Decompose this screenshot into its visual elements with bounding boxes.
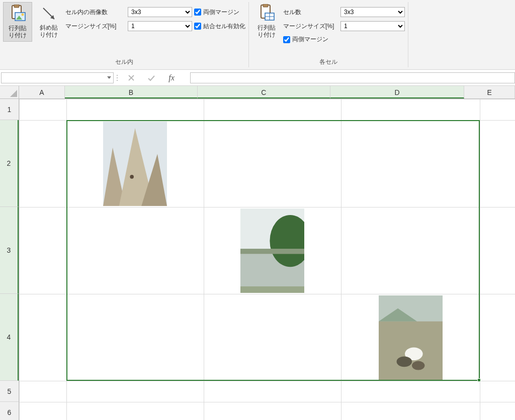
margin-size-dropdown-1[interactable]: 1 [128,21,192,31]
merge-cells-checkbox[interactable]: 結合セル有効化 [194,22,245,31]
matrix-paste-label-1: 行列貼 り付け [9,25,27,39]
cell-count-dropdown[interactable]: 3x3 [340,7,405,17]
margin-size-dropdown-2[interactable]: 1 [340,21,405,31]
ducks-photo[interactable] [379,295,443,380]
diagonal-arrow-icon [39,4,58,23]
lake-photo[interactable] [240,208,304,293]
enter-button[interactable] [147,73,156,82]
svg-rect-8 [263,4,268,7]
ribbon-group-cell-inside: 行列貼 り付け 斜め貼 り付け セル内の画像数 3x3 両側マージン [0,2,249,67]
dropdown-icon [107,76,111,79]
matrix-paste-button-1[interactable]: 行列貼 り付け [3,2,32,42]
formula-bar: fx [0,70,515,86]
margin-size-label-1: マージンサイズ[%] [65,22,126,31]
fx-button[interactable]: fx [167,73,176,82]
cell-count-label: セル数 [283,8,338,17]
row-header-3[interactable]: 3 [0,207,19,294]
svg-rect-1 [14,5,19,8]
col-header-E[interactable]: E [464,86,515,98]
margin-size-label-2: マージンサイズ[%] [283,22,338,31]
row-header-4[interactable]: 4 [0,294,19,381]
name-box[interactable] [1,72,114,83]
row-header-6[interactable]: 6 [0,402,19,420]
formula-input[interactable] [190,72,515,83]
matrix-paste-label-2: 行列貼 り付け [258,24,276,39]
row-header-2[interactable]: 2 [0,120,19,207]
row-header-1[interactable]: 1 [0,99,19,120]
clipboard-grid-icon [257,4,276,23]
col-header-A[interactable]: A [19,86,65,98]
diag-paste-button[interactable]: 斜め貼 り付け [34,2,63,41]
ribbon-group-title-2: 各セル [252,58,405,66]
ribbon-group-each-cell: 行列貼 り付け セル数 3x3 マージンサイズ[%] 1 両側マージン 各セル [249,2,408,67]
row-header-5[interactable]: 5 [0,381,19,402]
svg-rect-23 [240,286,304,293]
col-header-D[interactable]: D [330,86,465,98]
image-count-label: セル内の画像数 [65,8,126,17]
image-count-dropdown[interactable]: 3x3 [128,7,192,17]
both-margins-checkbox-1[interactable]: 両側マージン [194,8,239,17]
spreadsheet-grid[interactable]: ABCDE 123456 [0,86,515,420]
cancel-button[interactable] [127,73,136,82]
svg-point-29 [412,361,424,370]
col-header-B[interactable]: B [65,86,198,98]
col-header-C[interactable]: C [198,86,330,98]
mountain-photo[interactable] [103,122,167,206]
svg-point-28 [396,356,411,367]
matrix-paste-button-2[interactable]: 行列貼 り付け [252,2,281,41]
select-all-corner[interactable] [0,86,19,99]
svg-point-4 [22,14,24,16]
diag-paste-label: 斜め貼 り付け [40,24,58,39]
ribbon-group-title-1: セル内 [3,58,245,66]
svg-point-18 [130,174,134,178]
svg-rect-22 [240,249,304,254]
ribbon: 行列貼 り付け 斜め貼 り付け セル内の画像数 3x3 両側マージン [0,0,515,70]
clipboard-image-icon [8,5,27,24]
both-margins-checkbox-2[interactable]: 両側マージン [283,35,328,44]
